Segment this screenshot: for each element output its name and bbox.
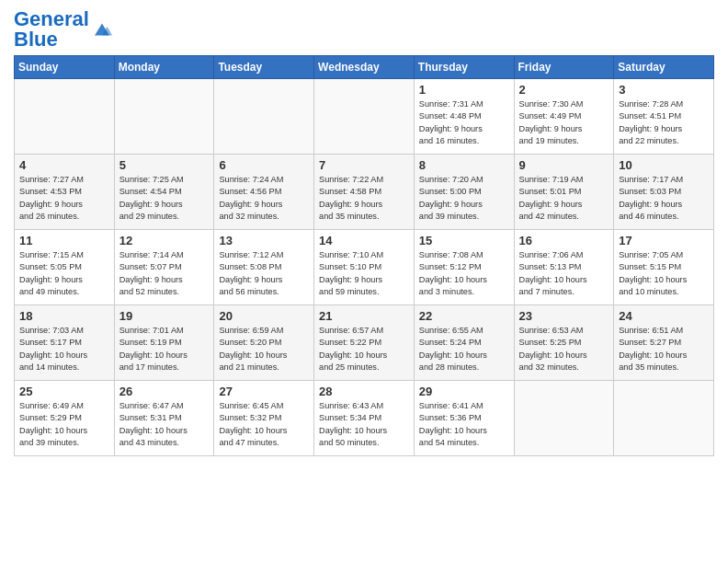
day-number: 20 [219,309,309,323]
day-cell: 29Sunrise: 6:41 AM Sunset: 5:36 PM Dayli… [414,381,514,456]
day-info: Sunrise: 6:45 AM Sunset: 5:32 PM Dayligh… [219,400,309,449]
day-info: Sunrise: 7:28 AM Sunset: 4:51 PM Dayligh… [619,98,709,147]
day-info: Sunrise: 7:30 AM Sunset: 4:49 PM Dayligh… [519,98,609,147]
day-cell: 18Sunrise: 7:03 AM Sunset: 5:17 PM Dayli… [15,305,115,381]
header-day-sunday: Sunday [15,56,115,79]
day-cell [614,381,714,456]
header-day-friday: Friday [514,56,614,79]
day-number: 3 [619,83,709,97]
day-info: Sunrise: 6:53 AM Sunset: 5:25 PM Dayligh… [519,325,609,373]
day-cell [314,79,415,155]
day-cell: 11Sunrise: 7:15 AM Sunset: 5:05 PM Dayli… [15,230,115,305]
week-row-1: 4Sunrise: 7:27 AM Sunset: 4:53 PM Daylig… [15,155,714,230]
header-day-saturday: Saturday [614,56,714,79]
day-cell: 21Sunrise: 6:57 AM Sunset: 5:22 PM Dayli… [314,305,415,381]
day-info: Sunrise: 6:59 AM Sunset: 5:20 PM Dayligh… [219,325,309,373]
day-info: Sunrise: 6:51 AM Sunset: 5:27 PM Dayligh… [619,325,709,373]
day-cell: 10Sunrise: 7:17 AM Sunset: 5:03 PM Dayli… [614,155,714,230]
day-number: 25 [19,385,109,398]
header-row-days: SundayMondayTuesdayWednesdayThursdayFrid… [15,56,714,79]
day-number: 10 [619,158,709,172]
day-cell: 17Sunrise: 7:05 AM Sunset: 5:15 PM Dayli… [614,230,714,305]
day-cell: 24Sunrise: 6:51 AM Sunset: 5:27 PM Dayli… [614,305,714,381]
day-cell: 3Sunrise: 7:28 AM Sunset: 4:51 PM Daylig… [614,79,714,155]
day-number: 12 [119,234,210,247]
day-number: 2 [519,83,609,97]
day-cell: 19Sunrise: 7:01 AM Sunset: 5:19 PM Dayli… [114,305,214,381]
day-number: 9 [519,158,609,172]
day-number: 14 [319,234,409,247]
header-day-wednesday: Wednesday [314,56,415,79]
day-number: 4 [19,158,109,172]
logo: General Blue [14,9,113,50]
day-number: 26 [119,385,210,398]
week-row-4: 25Sunrise: 6:49 AM Sunset: 5:29 PM Dayli… [15,381,714,456]
day-number: 28 [319,385,409,398]
day-number: 17 [619,234,709,247]
week-row-2: 11Sunrise: 7:15 AM Sunset: 5:05 PM Dayli… [15,230,714,305]
week-row-3: 18Sunrise: 7:03 AM Sunset: 5:17 PM Dayli… [15,305,714,381]
logo-blue: Blue [14,28,58,51]
day-number: 11 [19,234,109,247]
day-cell: 16Sunrise: 7:06 AM Sunset: 5:13 PM Dayli… [514,230,614,305]
day-number: 8 [419,158,509,172]
day-info: Sunrise: 7:14 AM Sunset: 5:07 PM Dayligh… [119,249,210,298]
day-number: 13 [219,234,309,247]
day-cell: 22Sunrise: 6:55 AM Sunset: 5:24 PM Dayli… [414,305,514,381]
header-day-thursday: Thursday [414,56,514,79]
day-number: 5 [119,158,210,172]
day-cell [214,79,314,155]
day-info: Sunrise: 7:15 AM Sunset: 5:05 PM Dayligh… [19,249,109,298]
day-cell: 6Sunrise: 7:24 AM Sunset: 4:56 PM Daylig… [214,155,314,230]
calendar-body: 1Sunrise: 7:31 AM Sunset: 4:48 PM Daylig… [15,79,714,456]
day-info: Sunrise: 6:49 AM Sunset: 5:29 PM Dayligh… [19,400,109,449]
day-info: Sunrise: 6:55 AM Sunset: 5:24 PM Dayligh… [419,325,509,373]
day-info: Sunrise: 7:27 AM Sunset: 4:53 PM Dayligh… [19,174,109,223]
day-number: 27 [219,385,309,398]
day-cell: 14Sunrise: 7:10 AM Sunset: 5:10 PM Dayli… [314,230,415,305]
day-cell [514,381,614,456]
day-cell: 28Sunrise: 6:43 AM Sunset: 5:34 PM Dayli… [314,381,415,456]
day-info: Sunrise: 7:17 AM Sunset: 5:03 PM Dayligh… [619,174,709,223]
day-info: Sunrise: 6:41 AM Sunset: 5:36 PM Dayligh… [419,400,509,449]
day-cell: 23Sunrise: 6:53 AM Sunset: 5:25 PM Dayli… [514,305,614,381]
day-info: Sunrise: 7:08 AM Sunset: 5:12 PM Dayligh… [419,249,509,298]
day-info: Sunrise: 7:20 AM Sunset: 5:00 PM Dayligh… [419,174,509,223]
day-cell: 5Sunrise: 7:25 AM Sunset: 4:54 PM Daylig… [114,155,214,230]
day-info: Sunrise: 7:31 AM Sunset: 4:48 PM Dayligh… [419,98,509,147]
day-number: 7 [319,158,409,172]
day-number: 1 [419,83,509,97]
day-cell: 13Sunrise: 7:12 AM Sunset: 5:08 PM Dayli… [214,230,314,305]
day-info: Sunrise: 6:57 AM Sunset: 5:22 PM Dayligh… [319,325,409,373]
day-number: 19 [119,309,210,323]
day-number: 6 [219,158,309,172]
calendar-table: SundayMondayTuesdayWednesdayThursdayFrid… [14,55,714,456]
day-number: 23 [519,309,609,323]
day-cell: 25Sunrise: 6:49 AM Sunset: 5:29 PM Dayli… [15,381,115,456]
day-number: 21 [319,309,409,323]
day-info: Sunrise: 7:10 AM Sunset: 5:10 PM Dayligh… [319,249,409,298]
day-number: 16 [519,234,609,247]
day-info: Sunrise: 7:03 AM Sunset: 5:17 PM Dayligh… [19,325,109,373]
day-info: Sunrise: 7:22 AM Sunset: 4:58 PM Dayligh… [319,174,409,223]
day-cell: 8Sunrise: 7:20 AM Sunset: 5:00 PM Daylig… [414,155,514,230]
day-info: Sunrise: 6:43 AM Sunset: 5:34 PM Dayligh… [319,400,409,449]
day-cell [114,79,214,155]
day-cell: 1Sunrise: 7:31 AM Sunset: 4:48 PM Daylig… [414,79,514,155]
day-cell: 2Sunrise: 7:30 AM Sunset: 4:49 PM Daylig… [514,79,614,155]
day-number: 29 [419,385,509,398]
logo-icon [91,18,113,40]
day-info: Sunrise: 7:05 AM Sunset: 5:15 PM Dayligh… [619,249,709,298]
day-cell: 15Sunrise: 7:08 AM Sunset: 5:12 PM Dayli… [414,230,514,305]
header-day-monday: Monday [114,56,214,79]
day-cell: 27Sunrise: 6:45 AM Sunset: 5:32 PM Dayli… [214,381,314,456]
day-cell: 20Sunrise: 6:59 AM Sunset: 5:20 PM Dayli… [214,305,314,381]
day-cell [15,79,115,155]
day-number: 24 [619,309,709,323]
day-number: 18 [19,309,109,323]
day-number: 15 [419,234,509,247]
day-info: Sunrise: 7:25 AM Sunset: 4:54 PM Dayligh… [119,174,210,223]
day-info: Sunrise: 7:01 AM Sunset: 5:19 PM Dayligh… [119,325,210,373]
header-day-tuesday: Tuesday [214,56,314,79]
day-cell: 12Sunrise: 7:14 AM Sunset: 5:07 PM Dayli… [114,230,214,305]
